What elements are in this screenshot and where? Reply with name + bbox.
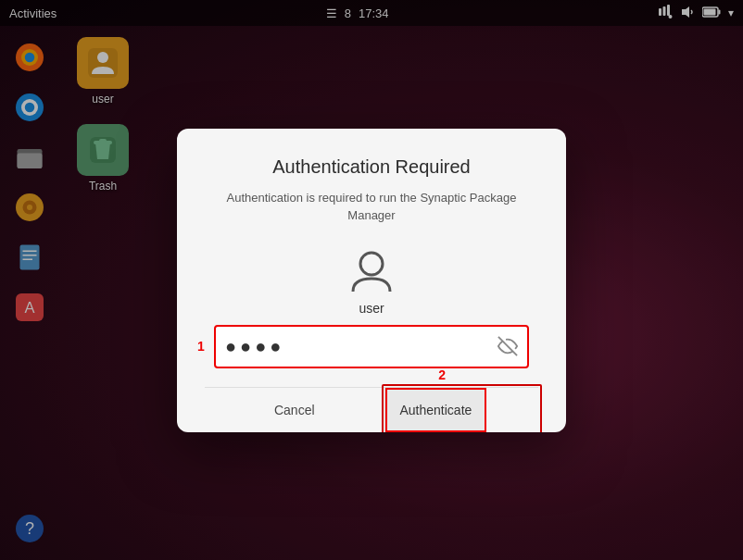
password-wrapper — [214, 325, 529, 368]
authenticate-button[interactable]: Authenticate — [385, 388, 487, 432]
cancel-button[interactable]: Cancel — [205, 388, 385, 432]
modal-overlay: Authentication Required Authentication i… — [0, 0, 743, 560]
step-label-2: 2 — [438, 367, 446, 382]
dialog-title: Authentication Required — [205, 156, 538, 178]
avatar — [346, 243, 397, 295]
avatar-username: user — [359, 301, 384, 316]
auth-dialog: Authentication Required Authentication i… — [177, 129, 566, 432]
password-section: 1 — [214, 325, 529, 368]
svg-point-32 — [360, 253, 383, 275]
password-input[interactable] — [225, 327, 497, 367]
user-avatar-section: user — [205, 243, 538, 316]
dialog-footer: 2 Cancel Authenticate — [205, 387, 538, 432]
password-toggle-button[interactable] — [497, 336, 518, 356]
authenticate-button-wrapper: Authenticate — [385, 388, 539, 432]
step-label-1: 1 — [197, 339, 205, 354]
dialog-description: Authentication is required to run the Sy… — [205, 189, 538, 225]
